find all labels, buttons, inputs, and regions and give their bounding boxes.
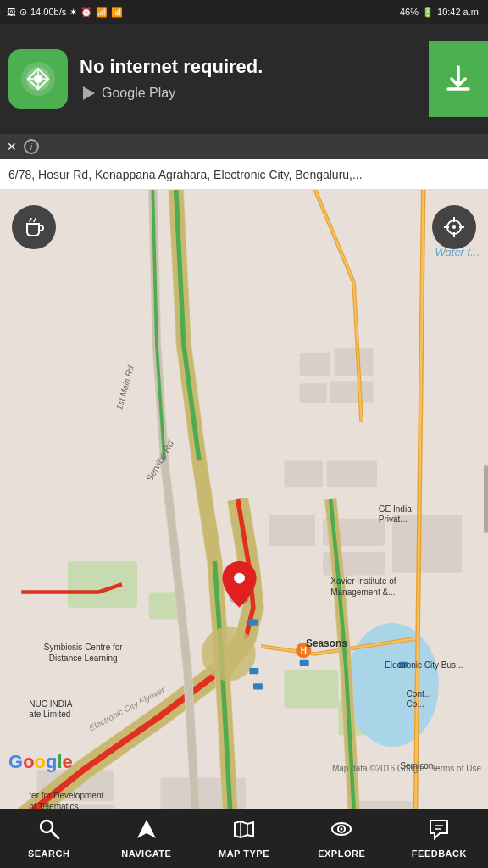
search-label: SEARCH: [28, 849, 69, 859]
ad-title: No internet required.: [80, 56, 429, 78]
nav-map-type[interactable]: MAP TYPE: [195, 818, 292, 859]
svg-text:Management &...: Management &...: [330, 587, 395, 597]
svg-rect-12: [335, 348, 374, 376]
nav-navigate[interactable]: NAVIGATE: [97, 818, 195, 859]
status-left: 🖼 ⊙ 14.00b/s ✶ ⏰ 📶 📶: [7, 7, 123, 18]
svg-point-28: [202, 627, 256, 682]
signal-icon: 📶: [111, 7, 123, 18]
svg-line-70: [51, 831, 58, 838]
svg-rect-25: [354, 801, 416, 809]
svg-text:of Telematics: of Telematics: [29, 802, 78, 809]
time-text: 10:42 a.m.: [437, 7, 481, 17]
feedback-icon: [428, 818, 450, 845]
explore-label: EXPLORE: [318, 849, 365, 859]
svg-text:Cont...: Cont...: [407, 689, 432, 698]
ad-close-bar: ✕ i: [0, 134, 488, 159]
svg-rect-30: [249, 668, 258, 674]
battery-text: 46%: [400, 7, 419, 17]
svg-text:Symbiosis Centre for: Symbiosis Centre for: [44, 643, 124, 652]
svg-rect-32: [300, 660, 309, 666]
download-button[interactable]: [429, 41, 488, 117]
explore-icon: [330, 818, 352, 845]
svg-rect-15: [269, 515, 315, 546]
svg-text:Privat...: Privat...: [379, 515, 408, 524]
status-right: 46% 🔋 10:42 a.m.: [400, 7, 481, 18]
svg-rect-19: [284, 460, 323, 487]
svg-text:Distance Learning: Distance Learning: [49, 654, 118, 663]
svg-rect-8: [284, 670, 338, 709]
bottom-nav: SEARCH NAVIGATE MAP TYPE EXPLORE: [0, 809, 488, 868]
circle-icon: ⊙: [19, 7, 27, 18]
address-bar: 6/78, Hosur Rd, Konappana Agrahara, Elec…: [0, 159, 488, 190]
nav-feedback[interactable]: FEEDBACK: [391, 818, 488, 859]
status-bar: 🖼 ⊙ 14.00b/s ✶ ⏰ 📶 📶 46% 🔋 10:42 a.m.: [0, 0, 488, 24]
nav-search[interactable]: SEARCH: [0, 818, 97, 859]
feedback-label: FEEDBACK: [412, 849, 467, 859]
map-attribution: Map data ©2016 Google Terms of Use: [332, 764, 481, 773]
address-text: 6/78, Hosur Rd, Konappana Agrahara, Elec…: [8, 168, 363, 181]
scroll-indicator: [484, 465, 488, 533]
ad-banner[interactable]: No internet required. Google Play: [0, 24, 488, 134]
navigate-label: NAVIGATE: [121, 849, 171, 859]
svg-text:GE India: GE India: [379, 504, 412, 514]
svg-text:NUC INDIA: NUC INDIA: [29, 699, 73, 709]
svg-rect-13: [300, 383, 327, 403]
gallery-icon: 🖼: [7, 7, 16, 17]
ad-text-block: No internet required. Google Play: [80, 56, 429, 102]
bluetooth-icon: ✶: [69, 7, 77, 18]
svg-point-64: [452, 225, 456, 229]
battery-icon: 🔋: [422, 7, 434, 18]
navigate-icon: [136, 818, 158, 845]
svg-text:Xavier Institute of: Xavier Institute of: [330, 576, 396, 586]
speed-text: 14.00b/s: [30, 7, 66, 17]
ad-play-store: Google Play: [80, 85, 429, 102]
map-svg: H Service Rd 1st Main Rd Electronic City…: [0, 190, 488, 809]
svg-text:ate Limited: ate Limited: [29, 709, 70, 719]
info-button[interactable]: i: [24, 139, 39, 154]
svg-rect-14: [330, 381, 373, 403]
map-type-label: MAP TYPE: [219, 849, 269, 859]
svg-rect-20: [327, 460, 377, 487]
crosshair-button[interactable]: [432, 205, 476, 249]
svg-marker-4: [83, 86, 95, 100]
svg-point-76: [341, 828, 343, 831]
svg-rect-11: [300, 353, 331, 376]
svg-rect-31: [253, 683, 263, 689]
nav-explore[interactable]: EXPLORE: [293, 818, 391, 859]
close-button[interactable]: ✕: [7, 140, 17, 153]
app-icon: [8, 49, 68, 108]
alarm-icon: ⏰: [80, 7, 92, 18]
coffee-button[interactable]: [12, 205, 56, 249]
svg-point-40: [234, 573, 245, 584]
wifi-icon: 📶: [96, 7, 108, 18]
play-store-label: Google Play: [102, 86, 175, 101]
svg-text:Co...: Co...: [407, 699, 424, 709]
search-icon: [38, 818, 60, 845]
svg-rect-6: [68, 561, 137, 608]
water-label: Water t...: [435, 246, 480, 259]
svg-text:Electronic City Bus...: Electronic City Bus...: [385, 660, 463, 670]
svg-marker-71: [137, 820, 156, 838]
svg-rect-29: [248, 619, 258, 625]
svg-text:Seasons: Seasons: [306, 637, 347, 649]
terms-of-use-text: Terms of Use: [431, 764, 481, 773]
svg-text:ter for Development: ter for Development: [29, 791, 103, 800]
map-data-text: Map data ©2016 Google: [332, 764, 424, 773]
map-area[interactable]: H Service Rd 1st Main Rd Electronic City…: [0, 190, 488, 809]
map-type-icon: [233, 818, 255, 845]
